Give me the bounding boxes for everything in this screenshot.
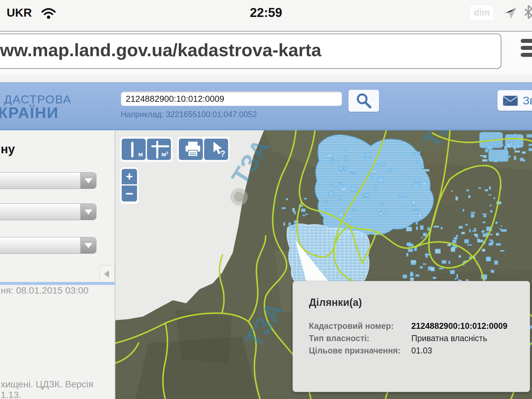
popup-title: Ділянки(а) — [309, 297, 362, 309]
chevron-down-icon — [80, 204, 96, 220]
filter-select-3[interactable] — [0, 237, 96, 254]
popup-row-value: 01.03 — [411, 344, 507, 356]
zoom-in-button[interactable]: + — [122, 169, 137, 185]
location-arrow-icon — [503, 6, 517, 21]
url-text: ww.map.land.gov.ua/kadastrova-karta — [0, 40, 321, 60]
status-bar: UKR 22:59 dim — [0, 0, 532, 31]
tools-toolbar: ? — [177, 137, 230, 162]
cadastral-number-input[interactable] — [121, 91, 342, 106]
screen: UKR 22:59 dim ww.map.land.gov.ua/kadastr… — [0, 0, 532, 399]
chevron-left-icon — [104, 270, 109, 278]
popup-row-value: 2124882900:10:012:0009 — [411, 320, 507, 332]
envelope-icon — [503, 95, 518, 106]
sidebar-heading: ну — [1, 142, 15, 156]
identify-button[interactable]: ? — [204, 139, 228, 160]
photo-watermark: dim — [469, 5, 494, 21]
popup-row-label: Тип власності: — [309, 332, 411, 344]
zoom-control: + − — [120, 167, 139, 204]
sidebar-collapse-button[interactable] — [99, 265, 115, 282]
popup-row-label: Кадастровий номер: — [309, 320, 411, 332]
feedback-button[interactable]: Зв — [497, 90, 532, 111]
filter-select-2[interactable] — [0, 203, 96, 220]
bluetooth-icon — [523, 4, 532, 21]
measure-length-button[interactable]: м — [122, 139, 146, 160]
sidebar-divider — [0, 282, 115, 285]
map-knob-artifact — [230, 188, 248, 205]
print-button[interactable] — [179, 139, 203, 160]
browser-menu-icon[interactable] — [521, 39, 532, 62]
search-icon — [356, 92, 372, 108]
parcel-info-popup: Ділянки(а) Кадастровий номер: 2124882900… — [293, 281, 530, 392]
data-update-date: ня: 08.01.2015 03:00 — [1, 285, 88, 296]
sidebar: ну ня: 08.01.2015 03:00 хищені. ЦДЗК. Ве… — [0, 130, 115, 399]
site-header: ДАСТРОВА КРАЇНИ Наприклад: 3221655100:01… — [0, 82, 532, 130]
popup-rows: Кадастровий номер: 2124882900:10:012:000… — [309, 320, 507, 356]
ruler-line-icon — [124, 139, 148, 160]
popup-row-label: Цільове призначення: — [309, 344, 411, 356]
clock: 22:59 — [0, 6, 532, 20]
search-example-hint: Наприклад: 3221655100:01:047:0052 — [121, 110, 257, 119]
popup-row-value: Приватна власність — [411, 332, 507, 344]
zoom-out-button[interactable]: − — [122, 186, 137, 201]
cursor-icon — [206, 139, 230, 160]
copyright-version: хищені. ЦДЗК. Версія 1.13. — [1, 379, 115, 399]
map-viewport: ТЗА ТЗА ТЗА м — [115, 130, 532, 399]
content: ну ня: 08.01.2015 03:00 хищені. ЦДЗК. Ве… — [0, 130, 532, 399]
search-button[interactable] — [348, 90, 379, 112]
site-logo-line2: КРАЇНИ — [0, 103, 59, 122]
chevron-down-icon — [80, 173, 96, 189]
feedback-label: Зв — [523, 94, 532, 107]
measure-area-button[interactable]: м² — [147, 139, 171, 160]
page-top-gap — [0, 74, 532, 82]
address-bar[interactable]: ww.map.land.gov.ua/kadastrova-karta — [0, 34, 501, 69]
ruler-area-icon — [149, 139, 173, 160]
printer-icon — [181, 139, 205, 160]
measure-toolbar: м м² — [120, 137, 173, 162]
filter-select-1[interactable] — [0, 172, 96, 189]
chevron-down-icon — [80, 237, 96, 253]
browser-chrome: ww.map.land.gov.ua/kadastrova-karta — [0, 31, 532, 75]
